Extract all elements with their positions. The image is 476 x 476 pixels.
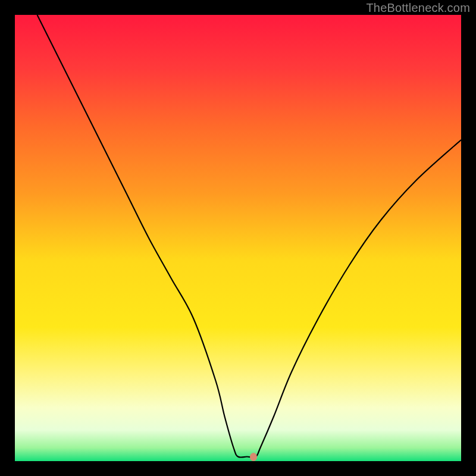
chart-container: TheBottleneck.com — [0, 0, 476, 476]
gradient-background — [15, 15, 461, 461]
watermark-text: TheBottleneck.com — [366, 1, 470, 15]
optimal-point-marker — [250, 453, 257, 461]
plot-area — [15, 15, 461, 461]
plot-svg — [15, 15, 461, 461]
